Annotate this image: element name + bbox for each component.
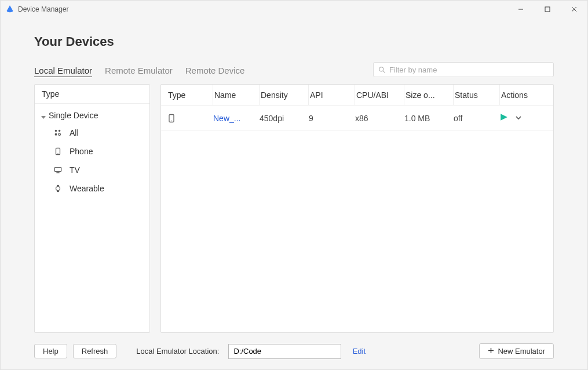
device-size: 1.0 MB (404, 114, 454, 123)
device-status: off (454, 114, 500, 123)
window-controls (507, 1, 587, 18)
location-input[interactable] (228, 344, 341, 359)
svg-point-12 (57, 153, 58, 154)
svg-rect-1 (545, 7, 550, 12)
sidebar-header: Type (35, 85, 149, 104)
window-title: Device Manager (18, 5, 507, 13)
table-body: New_... 450dpi 9 x86 1.0 MB off (161, 106, 553, 332)
svg-marker-20 (501, 114, 507, 121)
table-header: Type Name Density API CPU/ABI Size o... … (161, 85, 553, 106)
tab-local-emulator[interactable]: Local Emulator (34, 66, 92, 77)
footer: Help Refresh Local Emulator Location: Ed… (34, 333, 554, 359)
tabs: Local Emulator Remote Emulator Remote De… (34, 66, 244, 77)
svg-point-19 (171, 120, 172, 121)
location-label: Local Emulator Location: (136, 347, 219, 356)
caret-down-icon (41, 113, 46, 118)
svg-rect-16 (57, 185, 59, 186)
search-box[interactable] (373, 62, 554, 77)
svg-rect-17 (57, 191, 59, 192)
tree: Single Device All Phone (35, 104, 149, 201)
close-button[interactable] (561, 1, 587, 18)
device-cpu: x86 (355, 114, 404, 123)
svg-point-8 (59, 130, 61, 132)
tab-remote-device[interactable]: Remote Device (185, 66, 245, 77)
col-api[interactable]: API (309, 85, 355, 105)
grid-icon (53, 128, 63, 137)
col-status[interactable]: Status (454, 85, 500, 105)
col-type[interactable]: Type (167, 85, 213, 105)
svg-line-5 (383, 71, 385, 72)
new-emulator-button[interactable]: New Emulator (479, 343, 554, 359)
new-emulator-label: New Emulator (498, 347, 545, 356)
svg-rect-13 (54, 168, 61, 172)
col-cpu[interactable]: CPU/ABI (355, 85, 404, 105)
svg-rect-9 (55, 133, 57, 136)
svg-point-15 (56, 187, 60, 191)
tree-node-single-device[interactable]: Single Device (35, 107, 149, 124)
sidebar-item-tv[interactable]: TV (48, 161, 149, 179)
sidebar-item-label: Phone (70, 147, 93, 156)
sidebar-item-all[interactable]: All (48, 124, 149, 142)
tv-icon (53, 165, 63, 175)
col-actions[interactable]: Actions (500, 85, 546, 105)
col-size[interactable]: Size o... (404, 85, 454, 105)
sidebar-item-phone[interactable]: Phone (48, 142, 149, 161)
table: Type Name Density API CPU/ABI Size o... … (160, 84, 554, 333)
minimize-button[interactable] (507, 1, 534, 18)
help-button[interactable]: Help (34, 344, 67, 358)
table-row[interactable]: New_... 450dpi 9 x86 1.0 MB off (161, 106, 553, 131)
sidebar: Type Single Device All (34, 84, 150, 333)
sidebar-item-label: All (70, 128, 79, 137)
page-title: Your Devices (34, 34, 554, 49)
svg-point-10 (59, 133, 61, 136)
app-icon (5, 5, 14, 14)
svg-point-4 (379, 67, 384, 71)
phone-icon (53, 147, 63, 156)
play-button[interactable] (500, 113, 508, 123)
actions-menu-button[interactable] (515, 114, 522, 123)
sidebar-item-wearable[interactable]: Wearable (48, 179, 149, 198)
tab-remote-emulator[interactable]: Remote Emulator (105, 66, 173, 77)
col-name[interactable]: Name (213, 85, 260, 105)
svg-marker-6 (41, 116, 46, 119)
search-input[interactable] (389, 66, 549, 74)
edit-link[interactable]: Edit (353, 347, 366, 356)
col-density[interactable]: Density (260, 85, 309, 105)
device-actions (500, 113, 546, 123)
plus-icon (488, 347, 494, 356)
sidebar-item-label: Wearable (70, 184, 104, 193)
svg-point-7 (55, 130, 57, 132)
main-split: Type Single Device All (34, 84, 554, 333)
content: Your Devices Local Emulator Remote Emula… (1, 18, 587, 369)
refresh-button[interactable]: Refresh (73, 344, 117, 358)
titlebar: Device Manager (1, 1, 587, 18)
device-density: 450dpi (260, 114, 309, 123)
search-icon (378, 66, 386, 74)
device-type-icon (167, 114, 213, 123)
device-api: 9 (309, 114, 355, 123)
tree-children: All Phone TV (35, 124, 149, 198)
watch-icon (53, 184, 63, 193)
device-name[interactable]: New_... (213, 114, 260, 123)
maximize-button[interactable] (534, 1, 561, 18)
tree-node-label: Single Device (49, 111, 98, 120)
sidebar-item-label: TV (70, 165, 80, 175)
tabs-row: Local Emulator Remote Emulator Remote De… (34, 62, 554, 77)
